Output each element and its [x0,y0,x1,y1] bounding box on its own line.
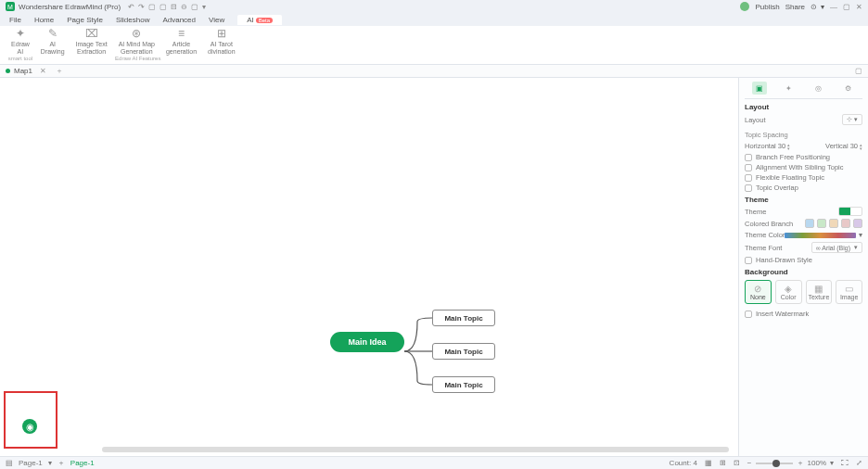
check-hand-drawn[interactable]: Hand-Drawn Style [745,256,862,264]
panel-toggle-icon[interactable]: ▢ [855,67,862,75]
zoom-slider[interactable] [756,463,793,464]
sidepanel-tabs: ▣ ✦ ◎ ⚙ [745,82,862,99]
undo-icon[interactable]: ↶ [128,3,134,11]
menu-page-style[interactable]: Page Style [67,16,103,24]
app-logo: M [6,2,15,11]
page-tab[interactable]: Page-1 [19,459,43,467]
sp-tab-style[interactable]: ▣ [752,82,767,95]
ribbon-ai-drawing[interactable]: ✎AIDrawing [35,28,70,56]
theme-color-bar[interactable] [785,233,856,238]
node-topic[interactable]: Main Topic [432,310,495,326]
close-button[interactable]: ✕ [856,3,862,11]
qa-icon[interactable]: ▢ [148,3,156,11]
fullscreen-icon[interactable]: ⤢ [856,459,862,467]
swatch[interactable] [841,219,850,228]
bg-texture[interactable]: ▦Texture [806,280,833,304]
image-icon: ▭ [845,284,853,294]
theme-font-selector[interactable]: ∞ Arial (Big) ▾ [811,242,862,253]
qa-icon[interactable]: ▢ [160,3,167,11]
minimize-button[interactable]: — [830,3,837,11]
canvas[interactable]: Main Idea Main Topic Main Topic Main Top… [0,78,738,456]
sp-tab-ai[interactable]: ✦ [782,82,797,95]
node-topic[interactable]: Main Topic [432,376,495,393]
menu-slideshow[interactable]: Slideshow [116,16,149,24]
swatch[interactable] [853,219,862,228]
horizontal-scrollbar[interactable] [102,447,729,452]
swatch[interactable] [829,219,838,228]
view-icon[interactable]: ⊞ [720,459,726,467]
check-flexible[interactable]: Flexible Floating Topic [745,173,862,182]
menu-view[interactable]: View [209,16,224,24]
add-page-button[interactable]: ＋ [57,458,65,468]
close-tab-icon[interactable]: ✕ [40,67,46,75]
theme-selector[interactable] [838,207,862,216]
menu-advanced[interactable]: Advanced [162,16,196,24]
menu-home[interactable]: Home [34,16,54,24]
qa-icon[interactable]: ⊖ [181,3,187,11]
horizontal-label: Horizontal [745,142,776,150]
side-panel: ▣ ✦ ◎ ⚙ Layout Layout ⊹ ▾ Topic Spacing … [738,78,868,456]
swatch[interactable] [817,219,826,228]
sp-tab-settings[interactable]: ⚙ [840,82,855,95]
theme-color-label: Theme Color [745,231,785,239]
layout-label: Layout [745,116,766,124]
tarot-icon: ⊞ [217,28,226,40]
h-stepper[interactable]: ▴▾ [787,143,790,150]
node-topic[interactable]: Main Topic [432,343,495,360]
none-icon: ⊘ [754,284,761,294]
menu-file[interactable]: File [9,16,21,24]
add-tab-button[interactable]: ＋ [56,66,63,76]
check-alignment[interactable]: Alignment With Sibling Topic [745,163,862,171]
texture-icon: ▦ [814,284,823,294]
menu-ai[interactable]: AIBeta [237,15,282,25]
outline-icon[interactable]: ▤ [6,459,13,467]
vertical-value[interactable]: 30 [850,142,858,150]
more-icon[interactable]: ⊙ [811,3,817,11]
chevron-down-icon[interactable]: ▾ [859,231,862,239]
branch-swatches [805,219,862,228]
check-watermark[interactable]: Insert Watermark [745,310,862,318]
qa-icon[interactable]: ⊟ [171,3,177,11]
ribbon-article-gen[interactable]: ≡Articlegeneration [160,28,202,56]
layout-selector[interactable]: ⊹ ▾ [842,114,862,125]
ribbon-edraw-ai[interactable]: ✦EdrawAI [6,28,35,56]
ai-chat-button[interactable]: ◉ [22,419,37,434]
ribbon-group-features: ✎AIDrawing ⌧Image TextExtraction ⊛AI Min… [35,28,241,62]
ribbon-group-label: Edraw AI Features [115,56,160,61]
v-stepper[interactable]: ▴▾ [860,143,862,150]
view-icon[interactable]: ▦ [705,459,712,467]
maximize-button[interactable]: ▢ [843,3,850,11]
chevron-down-icon[interactable]: ▾ [830,459,834,467]
node-main-idea[interactable]: Main Idea [330,332,404,352]
qa-icon[interactable]: ▢ [191,3,198,11]
swatch[interactable] [805,219,814,228]
zoom-out-button[interactable]: − [747,459,752,467]
zoom-in-button[interactable]: ＋ [797,458,804,468]
share-button[interactable]: Share [785,3,805,11]
bg-image[interactable]: ▭Image [836,280,862,304]
quick-access: ↶ ↷ ▢ ▢ ⊟ ⊖ ▢ ▾ [128,3,206,11]
publish-button[interactable]: Publish [755,3,779,11]
sp-tab-target[interactable]: ◎ [811,82,825,95]
article-icon: ≡ [178,28,185,40]
sparkle-icon: ✦ [16,28,25,40]
ribbon-image-text[interactable]: ⌧Image TextExtraction [70,28,113,56]
ribbon-mindmap-gen[interactable]: ⊛AI Mind MapGeneration [113,28,160,56]
chevron-down-icon[interactable]: ▾ [821,3,824,11]
tab-indicator-icon [6,69,10,73]
horizontal-value[interactable]: 30 [778,142,785,150]
fit-icon[interactable]: ⛶ [841,459,849,467]
ribbon-tarot[interactable]: ⊞AI Tarotdivination [202,28,241,56]
check-branch-free[interactable]: Branch Free Positioning [745,153,862,161]
qa-dropdown-icon[interactable]: ▾ [202,3,206,11]
view-icon[interactable]: ⊡ [734,459,740,467]
user-avatar[interactable] [740,2,749,11]
doc-tab[interactable]: Map1 ✕ [6,67,46,75]
redo-icon[interactable]: ↷ [138,3,145,11]
bg-none[interactable]: ⊘None [745,280,772,304]
slider-thumb[interactable] [772,460,780,467]
check-overlap[interactable]: Topic Overlap [745,184,862,192]
bg-color[interactable]: ◈Color [775,280,802,304]
document-tabstrip: Map1 ✕ ＋ ▢ [0,65,868,78]
page-dropdown-icon[interactable]: ▾ [48,459,52,467]
